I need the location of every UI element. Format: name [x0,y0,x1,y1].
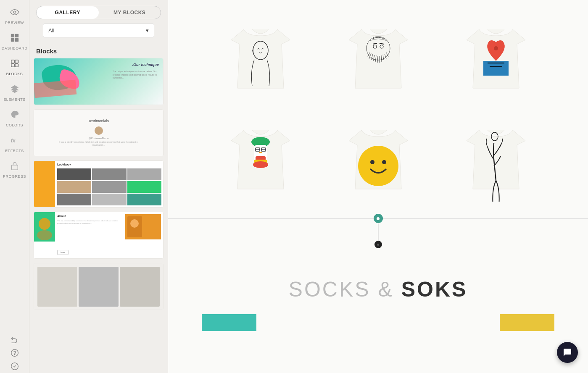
grid-cell-6 [127,181,161,193]
blocks-section-title: Blocks [29,42,168,58]
brand-title: SOCKS & SOKS [168,252,588,314]
block-item-technique[interactable]: .Our technique The unique techniques are… [34,58,163,105]
svg-rect-6 [15,60,18,63]
svg-rect-1 [11,34,14,37]
section-divider [168,218,588,252]
sidebar-item-label-dashboard: DASHBOARD [2,46,28,50]
blocks-icon [10,59,19,70]
bottom-cta-area [168,314,588,348]
block-thumb-technique: .Our technique The unique techniques are… [34,58,163,105]
blocks-list: .Our technique The unique techniques are… [29,58,168,373]
sidebar-item-elements[interactable]: ELEMENTS [0,80,29,106]
grid-cell-5 [92,181,126,193]
tab-my-blocks[interactable]: MY BLOCKS [99,6,161,19]
about-cta-button[interactable]: More [57,250,69,255]
svg-rect-2 [15,34,18,37]
tshirt-item-4 [210,118,311,202]
tshirt-design-smiley [336,118,420,202]
sidebar-item-preview[interactable]: PREVIEW [0,3,29,29]
lookbook-grid [57,168,161,205]
technique-body-text: The unique techniques are how we deliver… [113,70,159,80]
svg-rect-45 [261,149,266,150]
block-thumb-about: About This has been incredibly construct… [34,212,163,258]
about-teal-block [34,212,55,242]
technique-shapes: .Our technique The unique techniques are… [34,58,163,105]
fashion-cell-2 [79,267,119,307]
sidebar-item-dashboard[interactable]: DASHBOARD [0,29,29,55]
sidebar-item-label-elements: ELEMENTS [3,97,26,102]
elements-icon [10,84,19,96]
technique-heading: .Our technique [132,63,159,67]
tshirt-item-3 [446,17,546,101]
tshirt-item-6 [446,118,546,202]
svg-point-11 [15,113,16,114]
sidebar-item-colors[interactable]: COLORS [0,106,29,131]
shape3 [34,80,76,98]
about-title: About [57,215,66,218]
lookbook-yellow-bar [34,161,55,207]
grid-cell-3 [127,168,161,180]
lookbook-title: Lookbook [57,163,71,166]
svg-point-18 [39,218,50,230]
blocks-panel: GALLERY MY BLOCKS All ▾ Blocks .Our tech… [29,0,168,373]
tshirt-design-beard [336,17,420,101]
sidebar-item-effects[interactable]: fx EFFECTS [0,131,29,157]
testimonials-body: It was a friendly experience full of ric… [57,141,141,147]
svg-rect-8 [15,64,18,67]
svg-rect-3 [11,38,14,42]
block-thumb-lookbook: Lookbook [34,161,163,207]
svg-rect-4 [15,38,18,42]
svg-rect-44 [256,149,260,150]
svg-point-14 [11,349,18,357]
tshirt-design-abstract [454,17,538,101]
svg-rect-7 [11,64,14,67]
block-thumb-testimonials: Testimonials @CustomerName It was a frie… [34,110,163,156]
tshirt-item-2 [328,17,429,101]
sidebar-item-progress[interactable]: PROGRESS [0,157,29,183]
filter-dropdown[interactable]: All ▾ [43,24,154,37]
sidebar-item-blocks[interactable]: BLOCKS [0,55,29,80]
svg-point-51 [370,160,374,164]
main-content: SOCKS & SOKS [168,0,588,373]
grid-cell-4 [57,181,91,193]
svg-point-19 [37,230,52,240]
svg-point-39 [494,46,498,50]
undo-button[interactable] [0,333,29,346]
cta-teal-button[interactable] [202,314,256,331]
tshirt-design-portrait [219,17,303,101]
effects-icon: fx [10,136,19,147]
block-item-testimonials[interactable]: Testimonials @CustomerName It was a frie… [34,109,163,156]
testimonials-title: Testimonials [88,119,109,123]
testimonials-name: @CustomerName [88,137,108,139]
about-image [34,212,55,242]
block-item-fashion[interactable] [34,263,163,310]
svg-point-10 [13,113,14,114]
cta-yellow-button[interactable] [500,314,554,331]
tab-gallery[interactable]: GALLERY [37,6,99,19]
fashion-cell-1 [37,267,77,307]
chevron-down-icon: ▾ [146,27,149,34]
panel-header: GALLERY MY BLOCKS All ▾ [29,0,168,42]
svg-point-0 [13,11,16,13]
svg-point-15 [14,355,15,355]
grid-cell-8 [92,194,126,205]
check-button[interactable] [0,360,29,373]
divider-dot-teal [374,214,383,223]
tshirt-design-joker [219,118,303,202]
sidebar: PREVIEW DASHBOARD BLOCKS [0,0,29,373]
tshirt-item-1 [210,17,311,101]
brand-title-bold: SOKS [401,278,468,301]
progress-icon [10,161,19,173]
svg-point-22 [130,219,139,228]
block-item-lookbook[interactable]: Lookbook [34,160,163,208]
chat-bubble-button[interactable] [557,342,578,363]
grid-cell-2 [92,168,126,180]
sidebar-item-label-preview: PREVIEW [5,21,24,25]
tshirt-item-5 [328,118,429,202]
sidebar-item-label-blocks: BLOCKS [6,72,23,76]
divider-dot-teal-inner [377,217,380,220]
block-item-about[interactable]: About This has been incredibly construct… [34,212,163,259]
help-button[interactable] [0,346,29,360]
block-thumb-fashion [34,263,163,310]
sidebar-item-label-progress: PROGRESS [3,174,26,179]
